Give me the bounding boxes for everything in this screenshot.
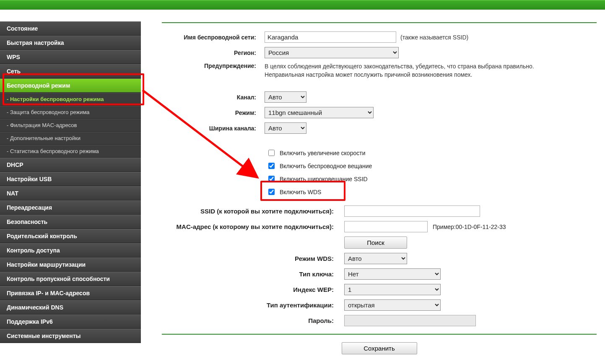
speed-boost-label: Включить увеличение скорости bbox=[280, 150, 365, 156]
width-label: Ширина канала: bbox=[162, 125, 265, 132]
sidebar-item-11[interactable]: Настройки USB bbox=[0, 172, 141, 186]
sidebar-item-22[interactable]: Системные инструменты bbox=[0, 329, 141, 343]
sidebar-item-13[interactable]: Переадресация bbox=[0, 200, 141, 215]
width-select[interactable]: Авто bbox=[265, 122, 306, 134]
save-button[interactable]: Сохранить bbox=[342, 342, 417, 354]
region-label: Регион: bbox=[162, 49, 265, 56]
sidebar-item-21[interactable]: Поддержка IPv6 bbox=[0, 315, 141, 329]
sidebar-item-6[interactable]: - Защита беспроводного режима bbox=[0, 106, 141, 119]
wds-mode-select[interactable]: Авто bbox=[344, 253, 407, 264]
mode-label: Режим: bbox=[162, 109, 265, 116]
sidebar-item-0[interactable]: Состояние bbox=[0, 21, 141, 36]
channel-label: Канал: bbox=[162, 94, 265, 101]
wds-key-label: Тип ключа: bbox=[162, 270, 344, 278]
ssid-broadcast-label: Включить широковещание SSID bbox=[280, 176, 368, 182]
ssid-note: (также называется SSID) bbox=[400, 34, 468, 41]
wds-wep-label: Индекс WEP: bbox=[162, 286, 344, 293]
wds-password-input bbox=[344, 315, 476, 326]
sidebar-item-1[interactable]: Быстрая настройка bbox=[0, 36, 141, 50]
wds-auth-label: Тип аутентификации: bbox=[162, 302, 344, 309]
sidebar-item-17[interactable]: Настройки маршрутизации bbox=[0, 257, 141, 272]
sidebar-item-9[interactable]: - Статистика беспроводного режима bbox=[0, 145, 141, 158]
wds-auth-select[interactable]: открытая bbox=[344, 299, 441, 311]
sidebar-item-5[interactable]: - Настройки беспроводного режима bbox=[0, 93, 141, 106]
main-panel: Имя беспроводной сети: (также называется… bbox=[141, 10, 605, 363]
wds-mac-example: Пример:00-1D-0F-11-22-33 bbox=[433, 224, 506, 230]
warning-text: В целях соблюдения действующего законода… bbox=[265, 62, 597, 79]
sidebar-item-2[interactable]: WPS bbox=[0, 50, 141, 64]
mode-select[interactable]: 11bgn смешанный bbox=[265, 107, 374, 118]
wds-mac-input[interactable] bbox=[344, 221, 428, 232]
separator bbox=[162, 334, 597, 335]
wds-ssid-input[interactable] bbox=[344, 205, 480, 217]
sidebar-item-16[interactable]: Контроль доступа bbox=[0, 243, 141, 257]
sidebar-item-12[interactable]: NAT bbox=[0, 186, 141, 200]
sidebar-item-4[interactable]: Беспроводной режим bbox=[0, 78, 141, 93]
wds-mode-label: Режим WDS: bbox=[162, 255, 344, 262]
wds-mac-label: MAC-адрес (к которому вы хотите подключи… bbox=[162, 223, 344, 230]
sidebar-item-3[interactable]: Сеть bbox=[0, 64, 141, 78]
wds-enable-checkbox[interactable] bbox=[268, 189, 275, 195]
wds-enable-label: Включить WDS bbox=[280, 189, 321, 195]
ssid-label: Имя беспроводной сети: bbox=[162, 34, 265, 41]
speed-boost-checkbox[interactable] bbox=[268, 150, 275, 156]
sidebar-menu: СостояниеБыстрая настройкаWPSСетьБеспров… bbox=[0, 10, 141, 363]
wds-search-button[interactable]: Поиск bbox=[344, 237, 407, 249]
warning-label: Предупреждение: bbox=[162, 62, 265, 79]
wds-wep-select[interactable]: 1 bbox=[344, 284, 441, 295]
sidebar-item-8[interactable]: - Дополнительные настройки bbox=[0, 132, 141, 145]
wds-key-select[interactable]: Нет bbox=[344, 268, 441, 280]
ssid-broadcast-checkbox[interactable] bbox=[268, 176, 275, 182]
wireless-broadcast-checkbox[interactable] bbox=[268, 163, 275, 169]
sidebar-item-10[interactable]: DHCP bbox=[0, 158, 141, 172]
sidebar-item-19[interactable]: Привязка IP- и MAC-адресов bbox=[0, 286, 141, 300]
sidebar-item-20[interactable]: Динамический DNS bbox=[0, 300, 141, 315]
channel-select[interactable]: Авто bbox=[265, 91, 306, 103]
sidebar-item-7[interactable]: - Фильтрация MAC-адресов bbox=[0, 119, 141, 132]
top-green-bar bbox=[0, 0, 605, 10]
sidebar-item-14[interactable]: Безопасность bbox=[0, 215, 141, 229]
region-select[interactable]: Россия bbox=[265, 47, 399, 58]
wds-ssid-label: SSID (к которой вы хотите подключиться): bbox=[162, 208, 344, 215]
ssid-input[interactable] bbox=[265, 31, 396, 43]
wds-pass-label: Пароль: bbox=[162, 317, 344, 324]
sidebar-item-18[interactable]: Контроль пропускной способности bbox=[0, 272, 141, 286]
sidebar-item-15[interactable]: Родительский контроль bbox=[0, 229, 141, 243]
wireless-broadcast-label: Включить беспроводное вещание bbox=[280, 163, 372, 169]
